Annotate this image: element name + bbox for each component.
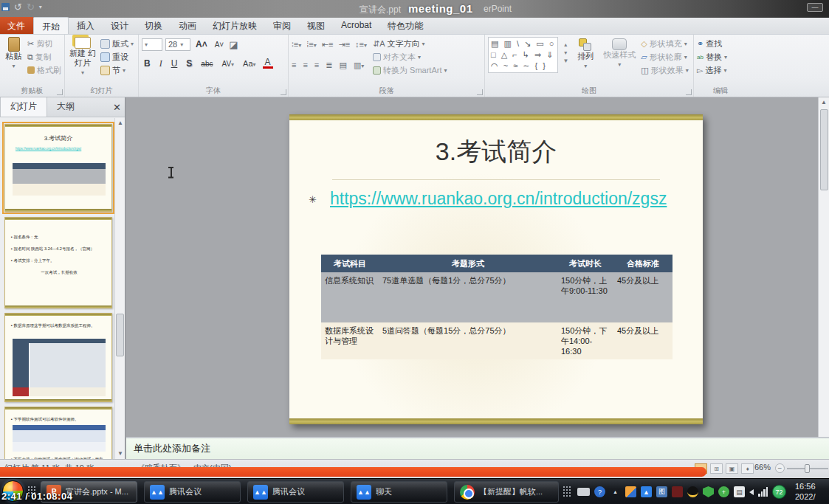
panel-tab-slides[interactable]: 幻灯片 (0, 97, 47, 117)
select-button[interactable]: ▻选择▾ (697, 63, 744, 77)
clear-formatting-icon[interactable]: ◪ (229, 39, 238, 50)
taskbar-button-meeting-1[interactable]: ▲▲ 腾讯会议 (144, 481, 241, 503)
taskbar-button-chrome[interactable]: 【新提醒】帆软... (454, 481, 559, 503)
tab-animations[interactable]: 动画 (171, 17, 204, 34)
zoom-slider-knob[interactable] (805, 464, 810, 473)
italic-button[interactable]: I (157, 58, 165, 69)
clipboard-dialog-launcher-icon[interactable] (57, 89, 63, 95)
numbering-icon[interactable]: ⁞≡▾ (306, 40, 317, 49)
paste-dropdown-icon[interactable]: ▾ (12, 61, 15, 71)
text-direction-button[interactable]: ⇵A文字方向▾ (373, 37, 447, 50)
shrink-font-icon[interactable]: A˅ (213, 41, 227, 49)
qat-dropdown-icon[interactable]: ▾ (39, 4, 42, 10)
reading-view-button[interactable]: ▣ (726, 463, 738, 474)
tray-youdao-icon[interactable] (625, 486, 636, 497)
tab-insert[interactable]: 插入 (69, 17, 103, 34)
new-slide-dropdown-icon[interactable]: ▾ (81, 68, 84, 77)
slide-hyperlink[interactable]: https://www.ruankao.org.cn/introduction/… (330, 187, 684, 210)
decrease-indent-icon[interactable]: ⇤≡ (322, 40, 334, 49)
paragraph-dialog-launcher-icon[interactable] (477, 89, 483, 95)
drawing-dialog-launcher-icon[interactable] (686, 89, 692, 95)
slide-thumbnail-12[interactable]: ▪ 报名条件：无 ▪ 报名时间 陕西站 3.24—4.2号报名，（官网） ▪ 考… (4, 217, 112, 308)
slide-sorter-view-button[interactable]: ⊞ (710, 463, 723, 474)
tab-special-features[interactable]: 特色功能 (379, 17, 431, 34)
columns-icon[interactable]: ▥▾ (354, 61, 364, 70)
line-spacing-icon[interactable]: ↕≡▾ (355, 40, 367, 49)
editor-scroll-up-icon[interactable]: ▲ (819, 99, 829, 106)
align-text-button[interactable]: 对齐文本▾ (373, 50, 447, 63)
shapes-gallery[interactable]: ▤ ▥ \ ↘ ▭ ○ □ △ ⌐ ↳ ⇒ ⇓ ◠ ~ ≈ ∼ { } (488, 37, 558, 73)
keyboard-icon[interactable] (577, 488, 590, 496)
slide-thumbnail-14[interactable]: ▪ 下学期软件测试可以考软件评测师。 ▪ 下午大题：自动测试；黑盒测试；Web测… (4, 407, 112, 459)
help-icon[interactable]: ? (594, 486, 605, 497)
tab-review[interactable]: 审阅 (265, 17, 299, 34)
network-icon[interactable] (758, 487, 768, 497)
align-left-icon[interactable]: ≡ (292, 61, 296, 69)
arrange-button[interactable]: 排列 ▾ (573, 37, 598, 71)
replace-button[interactable]: ab替换▾ (697, 50, 744, 63)
taskbar-clock[interactable]: 16:56 2022/ (795, 481, 829, 502)
font-color-button[interactable]: A (263, 58, 273, 69)
slide-canvas[interactable]: 3.考试简介 ✳ https://www.ruankao.org.cn/intr… (289, 114, 703, 424)
increase-indent-icon[interactable]: ⇥≡ (338, 40, 350, 49)
reset-button[interactable]: 重设 (100, 50, 134, 63)
panel-scroll-up-icon[interactable]: ▲ (115, 120, 125, 126)
panel-tab-outline[interactable]: 大纲 (47, 97, 84, 117)
text-shadow-button[interactable]: S (184, 58, 194, 69)
slide-thumbnail-13[interactable]: ▪ 数据库原理这学期可以考数据库系统工程师。 (4, 313, 112, 402)
bold-button[interactable]: B (142, 58, 153, 69)
find-button[interactable]: ⚭查找 (697, 37, 744, 50)
grow-font-icon[interactable]: A˄ (193, 39, 210, 49)
panel-close-icon[interactable]: ✕ (113, 102, 121, 113)
panel-scrollbar[interactable]: ▲ ▼ (114, 118, 125, 459)
show-hidden-icons[interactable]: ▲ (610, 486, 621, 497)
tab-transitions[interactable]: 切换 (137, 17, 171, 34)
convert-smartart-button[interactable]: 转换为 SmartArt▾ (373, 63, 447, 77)
font-name-combo[interactable]: ▾ (142, 38, 162, 51)
notes-pane[interactable]: 单击此处添加备注 (126, 437, 829, 459)
save-icon[interactable] (1, 3, 10, 11)
panel-scroll-thumb[interactable] (116, 314, 124, 356)
justify-icon[interactable]: ≣ (326, 61, 332, 70)
minimize-button[interactable]: — (807, 3, 823, 12)
new-slide-button[interactable]: 新建 幻灯片 ▾ (68, 37, 97, 77)
volume-icon[interactable] (749, 489, 754, 495)
cut-button[interactable]: ✂剪切 (27, 37, 61, 50)
tray-antivirus-icon[interactable]: + (718, 486, 729, 497)
section-button[interactable]: 节▾ (100, 63, 134, 77)
strikethrough-button[interactable]: abc (199, 60, 215, 68)
slideshow-view-button[interactable]: ♦ (741, 463, 754, 474)
zoom-level[interactable]: 66% (754, 463, 771, 472)
tray-shield-icon[interactable] (703, 486, 714, 497)
font-size-combo[interactable]: 28▾ (165, 38, 190, 51)
ime-grid-icon[interactable] (563, 486, 571, 497)
tab-home[interactable]: 开始 (33, 17, 69, 34)
tab-slideshow[interactable]: 幻灯片放映 (204, 17, 265, 34)
underline-button[interactable]: U (169, 58, 180, 69)
editor-scrollbar[interactable]: ▲ (818, 97, 829, 437)
video-progress-bar[interactable] (0, 467, 706, 477)
editor-scroll-thumb[interactable] (820, 109, 828, 190)
quick-styles-button[interactable]: 快速样式 ▾ (602, 37, 636, 69)
redo-icon[interactable]: ↻ (27, 1, 35, 13)
tab-acrobat[interactable]: Acrobat (333, 17, 379, 34)
shape-outline-button[interactable]: ▱形状轮廓▾ (641, 50, 688, 63)
slide-thumbnail-11[interactable]: 3.考试简介 https://www.ruankao.org.cn/introd… (4, 124, 112, 212)
tray-red-icon[interactable] (672, 486, 683, 497)
zoom-out-button[interactable]: − (775, 463, 785, 473)
font-dialog-launcher-icon[interactable] (281, 89, 286, 95)
shapes-more-icon[interactable]: ▼ (563, 58, 568, 64)
shape-fill-button[interactable]: ◇形状填充▾ (641, 37, 688, 50)
exam-table[interactable]: 考试科目 考题形式 考试时长 合格标准 信息系统知识 75道单选题（每题1分，总… (321, 255, 673, 359)
character-spacing-button[interactable]: AV▾ (219, 60, 236, 68)
layout-button[interactable]: 版式▾ (100, 37, 134, 50)
shapes-scroll-up-icon[interactable]: ▴ (564, 41, 567, 48)
distributed-icon[interactable]: ▤ (339, 61, 346, 70)
shape-effects-button[interactable]: ◫形状效果▾ (641, 63, 688, 77)
change-case-button[interactable]: Aa▾ (241, 59, 258, 68)
shapes-scroll-down-icon[interactable]: ▾ (564, 49, 567, 56)
align-right-icon[interactable]: ≡ (314, 61, 319, 69)
copy-button[interactable]: ⧉复制 (27, 50, 61, 63)
tray-badge[interactable]: 72 (772, 485, 786, 499)
tab-design[interactable]: 设计 (103, 17, 137, 34)
